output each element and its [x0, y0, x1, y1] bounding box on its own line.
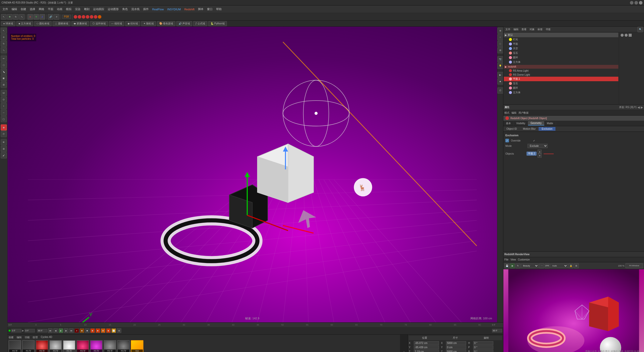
obj-menu-tags[interactable]: 标签	[537, 28, 544, 31]
tl-btn-r5[interactable]: ⏺	[106, 328, 111, 333]
snap-btn[interactable]: 🔗	[48, 14, 53, 20]
rv-auto-select[interactable]: Auto	[550, 263, 568, 268]
frame-end-input1[interactable]	[37, 329, 47, 332]
frame-end-input2[interactable]	[492, 329, 502, 332]
tl-btn-next[interactable]: ⏭	[69, 328, 74, 333]
menu-script[interactable]: 脚本	[196, 7, 205, 12]
coord-b-rot[interactable]	[473, 350, 493, 352]
render-btn5[interactable]	[90, 15, 93, 19]
mat-tab-cycles[interactable]: Cycles 4D	[41, 336, 52, 339]
obj-menu-bookmarks[interactable]: 书签	[545, 28, 552, 31]
mat-tab-create[interactable]: 创建	[9, 336, 14, 339]
tree-item-rs-plane[interactable]: 平面.1	[504, 77, 618, 81]
tl-btn-r6[interactable]: ⬜	[111, 328, 116, 333]
tl-btn-r1[interactable]: ⏺	[85, 328, 90, 333]
menu-mesh[interactable]: 网格	[37, 7, 46, 12]
mat-item-2[interactable]: RS Ⅳ	[36, 340, 48, 352]
domain-cone[interactable]: △ 圆锥体域	[53, 21, 70, 26]
obj-menu-objects[interactable]: 对象	[529, 28, 536, 31]
rv-quality-select[interactable]: Beauty Diffuse Specular	[521, 263, 539, 268]
menu-file[interactable]: 文件	[1, 7, 10, 12]
override-checkbox[interactable]: ✓	[505, 139, 509, 142]
mat-item-5[interactable]: RS Ⅳ	[76, 340, 89, 352]
render-btn2[interactable]	[78, 15, 81, 19]
domain-linear[interactable]: — 线性域	[109, 21, 124, 26]
move-tool[interactable]: ✛	[7, 14, 13, 20]
sidebar-anim[interactable]: ⏱	[1, 131, 7, 137]
domain-python[interactable]: 🐍 Python域	[208, 21, 227, 26]
menu-help[interactable]: 帮助	[215, 7, 223, 12]
axis-y[interactable]: Y	[33, 14, 39, 20]
minimize-button[interactable]	[630, 1, 633, 5]
rv-grid[interactable]: ⊞	[574, 263, 579, 268]
rv-fit[interactable]: Fit Window	[625, 263, 643, 268]
select-tool[interactable]: ↖	[1, 14, 7, 20]
menu-insydium[interactable]: INSYDIUM	[166, 7, 182, 11]
vp-rt-anim[interactable]: ⏱	[497, 87, 503, 94]
coord-x-size[interactable]	[446, 341, 466, 345]
obj-search[interactable]: 🔍	[637, 27, 643, 32]
menu-select[interactable]: 选择	[28, 7, 37, 12]
coord-p-rot[interactable]	[473, 345, 493, 349]
props-tab-matte[interactable]: Matte	[544, 121, 556, 125]
scale-tool[interactable]: ⤡	[19, 14, 25, 20]
obj-arrow-down[interactable]: ▼	[538, 154, 542, 158]
coord-z-pos[interactable]	[414, 350, 439, 352]
sidebar-live[interactable]: ◉	[1, 124, 7, 130]
frame-current-input[interactable]	[11, 329, 21, 332]
tree-item-plane[interactable]: 平面	[504, 42, 618, 46]
menu-window[interactable]: 窗口	[206, 7, 214, 12]
domain-radial[interactable]: ◉ 径向域	[125, 21, 140, 26]
grid-btn[interactable]: #	[54, 14, 59, 20]
props-tab-basic[interactable]: 基本	[503, 121, 514, 126]
mode-tab-edit[interactable]: 编辑	[511, 111, 516, 115]
sidebar-viewport[interactable]: 👁	[1, 139, 7, 145]
render-btn4[interactable]	[86, 15, 89, 19]
mat-item-8[interactable]: RS Ⅳ	[117, 340, 130, 352]
vp-rt-btn2[interactable]: ○	[497, 34, 503, 40]
sidebar-grid[interactable]: ⊞	[1, 146, 7, 152]
menu-render[interactable]: 渲染	[73, 7, 82, 12]
axis-x[interactable]: X	[27, 14, 33, 20]
menu-plugins[interactable]: 插件	[142, 7, 150, 12]
coord-h-rot[interactable]	[473, 341, 493, 345]
sidebar-rotate[interactable]: ↻	[1, 41, 7, 47]
props-objects-chip[interactable]: 平面.1	[527, 152, 537, 156]
rv-save[interactable]: 💾	[504, 263, 509, 268]
mat-item-4[interactable]: RS Ⅳ	[63, 340, 75, 352]
domain-sphere[interactable]: ● 球体域	[1, 21, 15, 26]
mat-tab-func[interactable]: 功能	[25, 336, 30, 339]
vp-rt-render[interactable]: ▶	[497, 72, 503, 78]
render-btn6[interactable]	[94, 15, 97, 19]
rv-btn-more[interactable]: ⋯	[539, 263, 544, 268]
sidebar-pen[interactable]: ✏	[1, 56, 7, 62]
tl-btn-r3[interactable]: ⏺	[96, 328, 100, 333]
props-subtab-objectid[interactable]: Object ID	[503, 127, 520, 131]
domain-formula[interactable]: ƒ 公式域	[193, 21, 207, 26]
sidebar-object[interactable]: O	[1, 97, 7, 103]
tree-item-gem[interactable]: 宝石	[504, 51, 618, 55]
mat-item-3[interactable]: RS Ⅳ	[49, 340, 62, 352]
sidebar-point[interactable]: •	[1, 103, 7, 109]
render-btn3[interactable]	[82, 15, 85, 19]
mode-tab-mode[interactable]: 模式	[504, 111, 509, 115]
tl-btn-r4[interactable]: ⏺	[101, 328, 105, 333]
frame-start-input[interactable]	[25, 329, 35, 332]
tl-btn-prev-frame[interactable]: ◀	[53, 328, 58, 333]
tree-item-rs-area[interactable]: RS Area Light	[504, 69, 618, 73]
vp-rt-btn4[interactable]: ⊞	[497, 47, 503, 53]
coord-x-pos[interactable]	[414, 341, 439, 345]
rv-reload[interactable]: ↻	[515, 263, 520, 268]
viewport-3d[interactable]: 查看 摄像机 显示 过滤 面板 ProRender ⊞ ▣	[8, 27, 497, 322]
tl-btn-autokey[interactable]: ⏺	[80, 328, 84, 333]
sidebar-loop[interactable]: ⊞	[1, 82, 7, 88]
rv-ipr[interactable]: IPR	[545, 263, 550, 268]
mat-item-9[interactable]: Mat	[131, 340, 143, 352]
domain-random[interactable]: ✦ 随机域	[141, 21, 156, 26]
menu-mograph[interactable]: 运动图形	[106, 7, 120, 12]
tl-btn-r2[interactable]: ⏺	[90, 328, 95, 333]
domain-sound[interactable]: 🔊 声音域	[176, 21, 192, 26]
menu-create[interactable]: 创建	[19, 7, 28, 12]
close-button[interactable]	[639, 1, 642, 5]
tree-item-rs-gem[interactable]: 宝石	[504, 81, 618, 86]
